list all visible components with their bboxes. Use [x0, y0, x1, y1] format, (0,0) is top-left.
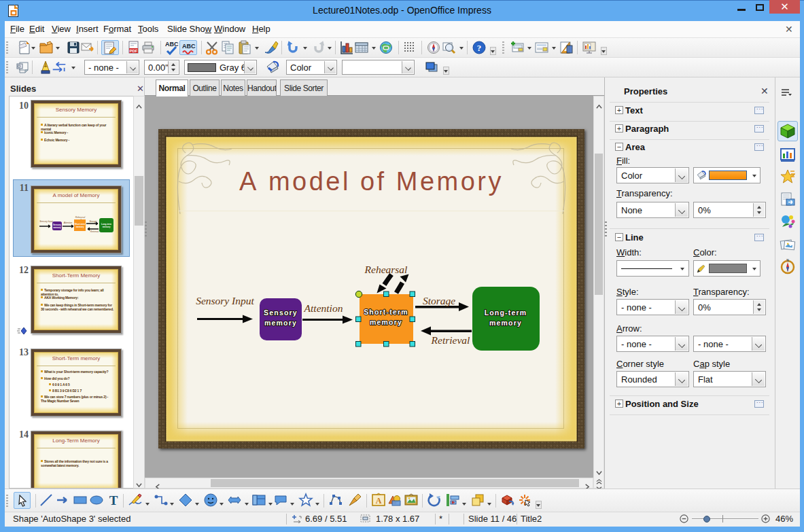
svg-text:Rehearsal: Rehearsal: [75, 216, 86, 219]
svg-text:Storage: Storage: [423, 295, 455, 306]
svg-text:ABC: ABC: [182, 43, 196, 50]
svg-text:Rehearsal: Rehearsal: [364, 264, 408, 275]
svg-text:memory: memory: [53, 226, 61, 229]
svg-text:PDF: PDF: [130, 49, 138, 53]
svg-text:memory: memory: [370, 318, 402, 326]
svg-text:Sensory Input: Sensory Input: [39, 220, 53, 223]
svg-text:?: ?: [477, 43, 482, 53]
svg-text:memory: memory: [489, 319, 522, 327]
svg-text:memory: memory: [76, 226, 84, 228]
svg-text:ABC: ABC: [165, 41, 179, 48]
svg-text:A: A: [376, 496, 382, 506]
svg-text:Attention: Attention: [63, 221, 73, 224]
svg-text:N: N: [786, 258, 789, 262]
svg-text:Sensory: Sensory: [264, 308, 298, 317]
svg-text:Short-term: Short-term: [364, 308, 408, 316]
svg-text:Sensory Input: Sensory Input: [196, 295, 254, 306]
svg-text:memory: memory: [264, 319, 297, 327]
svg-text:Retrieval: Retrieval: [90, 230, 99, 233]
svg-text:memory: memory: [103, 226, 111, 228]
svg-text:Long-term: Long-term: [485, 308, 527, 317]
svg-text:Attention: Attention: [304, 302, 343, 314]
svg-text:Retrieval: Retrieval: [431, 334, 470, 346]
svg-text:T: T: [109, 493, 118, 508]
